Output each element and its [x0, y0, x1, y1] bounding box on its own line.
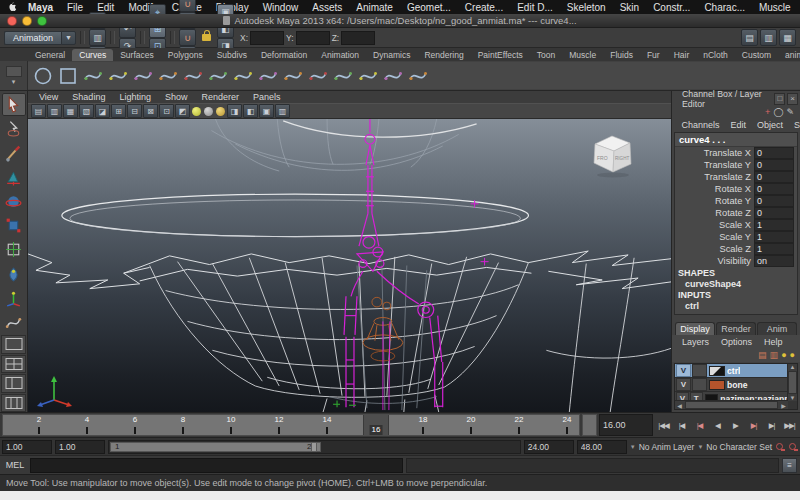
menu-set-dropdown[interactable]: Animation ▼: [4, 31, 76, 45]
layer-row-bone[interactable]: Vbone: [675, 378, 788, 392]
copy-tab-icon[interactable]: □: [774, 93, 785, 105]
lasso-select-tool[interactable]: [2, 117, 26, 140]
animation-end-field[interactable]: [577, 440, 627, 454]
layer-type-toggle[interactable]: [692, 364, 707, 377]
channel-row-scale-z[interactable]: Scale Z1: [675, 243, 797, 255]
viewport-menu-panels[interactable]: Panels: [246, 92, 288, 102]
select-tool[interactable]: [2, 93, 26, 116]
show-tool-settings-icon[interactable]: ▥: [760, 29, 777, 46]
detach-curve-icon[interactable]: [281, 64, 305, 88]
shelf-tab-animamu[interactable]: animamu: [778, 49, 800, 61]
universal-manipulator-tool[interactable]: [2, 238, 26, 261]
menu-edit-d[interactable]: Edit D...: [510, 2, 560, 13]
scrollbar-thumb[interactable]: [685, 401, 778, 409]
nurbs-square-icon[interactable]: [56, 64, 80, 88]
playback-end-field[interactable]: [524, 440, 574, 454]
menu-assets[interactable]: Assets: [305, 2, 349, 13]
step-forward-frame-button[interactable]: ▶|: [763, 417, 780, 433]
shelf-tab-ncloth[interactable]: nCloth: [696, 49, 735, 61]
script-editor-icon[interactable]: ≡: [782, 458, 797, 473]
default-material-ball[interactable]: [192, 107, 201, 116]
divider[interactable]: [170, 31, 175, 44]
image-plane-icon[interactable]: ◪: [95, 104, 110, 118]
command-line-input[interactable]: [30, 458, 403, 473]
insert-knot-icon[interactable]: [331, 64, 355, 88]
time-slider[interactable]: 24681012141618202224 16: [2, 414, 580, 436]
object-name[interactable]: curve4 . . .: [675, 133, 797, 147]
viewport-menu-view[interactable]: View: [32, 92, 65, 102]
step-forward-key-button[interactable]: ▶|: [745, 417, 762, 433]
go-to-end-button[interactable]: ▶▶|: [781, 417, 798, 433]
wireframe-mode-icon[interactable]: ⊞: [111, 104, 126, 118]
auto-keyframe-icon[interactable]: [775, 442, 785, 452]
scroll-down-icon[interactable]: ▼: [790, 395, 796, 401]
channel-value[interactable]: 0: [754, 171, 794, 183]
viewport-3d-scene[interactable]: FRO RIGHT: [28, 119, 671, 412]
channel-value[interactable]: on: [754, 255, 794, 267]
bookmarks-icon[interactable]: ▧: [79, 104, 94, 118]
menu-charac[interactable]: Charac...: [697, 2, 752, 13]
menu-skeleton[interactable]: Skeleton: [560, 2, 613, 13]
channel-value[interactable]: 1: [754, 243, 794, 255]
viewport-menu-renderer[interactable]: Renderer: [194, 92, 246, 102]
shelf-tab-general[interactable]: General: [28, 49, 72, 61]
scrollbar-thumb[interactable]: [788, 371, 797, 394]
titlebar[interactable]: Autodesk Maya 2013 x64: /Users/mac/Deskt…: [0, 14, 800, 28]
arc-tool-icon[interactable]: [181, 64, 205, 88]
lock-icon[interactable]: [202, 34, 211, 41]
range-slider[interactable]: 1 24: [108, 440, 521, 454]
command-line-language-label[interactable]: MEL: [3, 460, 27, 470]
view-cube[interactable]: FRO RIGHT: [587, 131, 637, 179]
scroll-left-icon[interactable]: ◀: [675, 402, 684, 409]
scroll-right-icon[interactable]: ▶: [779, 402, 788, 409]
layout-persp-outliner-button[interactable]: [1, 374, 26, 392]
chevron-down-icon[interactable]: ▼: [61, 31, 76, 45]
move-tool[interactable]: [2, 166, 26, 189]
menu-window[interactable]: Window: [256, 2, 306, 13]
play-backwards-button[interactable]: ◀: [709, 417, 726, 433]
snap-to-point-icon[interactable]: ∪: [179, 29, 196, 46]
delete-layer-icon[interactable]: ▥: [770, 350, 779, 360]
open-close-curve-icon[interactable]: [306, 64, 330, 88]
menu-file[interactable]: File: [60, 2, 90, 13]
layer-visibility-toggle[interactable]: V: [676, 378, 691, 391]
shelf-tab-curves[interactable]: Curves: [72, 49, 113, 61]
shelf-tab-painteffects[interactable]: PaintEffects: [471, 49, 530, 61]
manipulator-icon[interactable]: +: [765, 107, 770, 117]
layer-editor-menu-layers[interactable]: Layers: [676, 337, 715, 347]
channel-value[interactable]: 1: [754, 231, 794, 243]
extend-curve-icon[interactable]: [356, 64, 380, 88]
curve-snap-icon[interactable]: [206, 64, 230, 88]
last-tool-used[interactable]: [2, 311, 26, 334]
animation-preferences-icon[interactable]: [788, 442, 798, 452]
menu-create[interactable]: Create...: [458, 2, 510, 13]
channel-box-menu-object[interactable]: Object: [752, 120, 789, 130]
offset-curve-icon[interactable]: [231, 64, 255, 88]
channel-row-scale-x[interactable]: Scale X1: [675, 219, 797, 231]
bezier-curve-icon[interactable]: [131, 64, 155, 88]
divider[interactable]: [110, 31, 115, 44]
layer-color-swatch[interactable]: [709, 380, 725, 390]
channel-value[interactable]: 0: [754, 147, 794, 159]
menu-muscle[interactable]: Muscle: [752, 2, 798, 13]
no-texture-ball[interactable]: [204, 107, 213, 116]
menu-animate[interactable]: Animate: [349, 2, 400, 13]
x-input[interactable]: [250, 31, 284, 45]
channel-row-translate-y[interactable]: Translate Y0: [675, 159, 797, 171]
channel-row-translate-x[interactable]: Translate X0: [675, 147, 797, 159]
divider[interactable]: [80, 31, 85, 44]
layer-list-vertical-scrollbar[interactable]: ▲ ▼: [787, 364, 797, 401]
step-back-frame-button[interactable]: |◀: [673, 417, 690, 433]
shelf-tab-fur[interactable]: Fur: [640, 49, 667, 61]
shelf-tab-surfaces[interactable]: Surfaces: [113, 49, 161, 61]
channel-row-rotate-z[interactable]: Rotate Z0: [675, 207, 797, 219]
shaded-mode-icon[interactable]: ⊟: [127, 104, 142, 118]
snap-to-grid-icon[interactable]: ∪: [179, 0, 196, 12]
minimize-window-button[interactable]: [22, 16, 32, 26]
scroll-up-icon[interactable]: ▲: [790, 364, 796, 370]
channel-box-menu-edit[interactable]: Edit: [725, 120, 752, 130]
layer-editor-menu-options[interactable]: Options: [715, 337, 758, 347]
viewport-menu-show[interactable]: Show: [158, 92, 195, 102]
shelf-tab-toon[interactable]: Toon: [530, 49, 562, 61]
shape-node[interactable]: curveShape4: [675, 278, 797, 289]
